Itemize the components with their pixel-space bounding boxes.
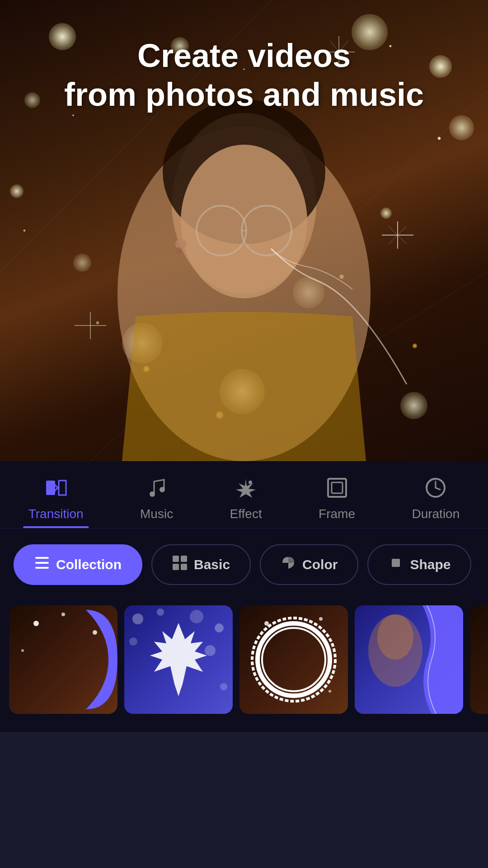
svg-rect-29 xyxy=(46,481,55,495)
tab-duration[interactable]: Duration xyxy=(398,470,473,528)
tab-music-label: Music xyxy=(140,507,173,521)
svg-rect-34 xyxy=(332,482,343,493)
bokeh-light xyxy=(73,254,91,272)
thumb1-shape xyxy=(50,605,117,714)
filter-collection-label: Collection xyxy=(56,557,122,572)
svg-point-58 xyxy=(252,618,335,701)
thumbnails-row xyxy=(0,601,488,732)
filter-color[interactable]: Color xyxy=(260,544,358,585)
svg-point-49 xyxy=(157,609,164,616)
filter-shape[interactable]: Shape xyxy=(367,544,471,585)
thumbnail-leaf[interactable] xyxy=(124,605,233,714)
filter-collection[interactable]: Collection xyxy=(14,544,142,585)
thumbnail-crescent[interactable] xyxy=(9,605,117,714)
bottom-panel: Transition Music Effect xyxy=(0,461,488,732)
svg-point-32 xyxy=(249,481,252,484)
tab-effect-label: Effect xyxy=(230,507,262,521)
shape-icon xyxy=(388,555,404,574)
music-icon xyxy=(146,477,168,502)
transition-icon xyxy=(45,477,67,502)
svg-point-30 xyxy=(150,491,155,497)
svg-rect-37 xyxy=(35,562,49,564)
thumbnail-wave[interactable] xyxy=(355,605,463,714)
svg-rect-40 xyxy=(181,556,187,562)
svg-point-62 xyxy=(377,614,413,660)
hero-title: Create videos from photos and music xyxy=(41,36,447,114)
svg-rect-39 xyxy=(173,556,179,562)
svg-point-59 xyxy=(258,623,330,696)
tab-transition[interactable]: Transition xyxy=(15,470,97,528)
filter-row: Collection Basic Color xyxy=(0,528,488,601)
thumbnail-circle-border[interactable] xyxy=(239,605,348,714)
thumbnail-partial[interactable] xyxy=(470,605,488,714)
hero-section: Create videos from photos and music xyxy=(0,0,488,461)
collection-icon xyxy=(34,555,50,574)
svg-point-60 xyxy=(262,628,325,691)
tab-effect[interactable]: Effect xyxy=(216,470,276,528)
filter-shape-label: Shape xyxy=(410,557,450,572)
bokeh-light xyxy=(10,184,23,198)
tab-duration-label: Duration xyxy=(412,507,460,521)
bokeh-light xyxy=(400,392,427,419)
effect-icon xyxy=(235,477,257,502)
tab-frame-label: Frame xyxy=(319,507,355,521)
tab-transition-label: Transition xyxy=(28,507,84,521)
tab-music[interactable]: Music xyxy=(127,470,187,528)
frame-icon xyxy=(326,477,348,502)
duration-icon xyxy=(425,477,446,502)
bokeh-light xyxy=(220,369,265,414)
tab-frame[interactable]: Frame xyxy=(305,470,369,528)
thumb4-photo xyxy=(355,605,463,714)
bokeh-light xyxy=(24,92,40,108)
tab-bar: Transition Music Effect xyxy=(0,461,488,528)
filter-basic[interactable]: Basic xyxy=(151,544,251,585)
svg-rect-38 xyxy=(35,567,49,569)
svg-rect-43 xyxy=(392,559,400,567)
color-icon xyxy=(281,555,296,574)
basic-icon xyxy=(172,555,188,574)
svg-rect-36 xyxy=(35,557,49,559)
filter-basic-label: Basic xyxy=(194,557,230,572)
svg-point-54 xyxy=(220,683,227,690)
bokeh-light xyxy=(122,323,163,363)
thumb2-leaf-shape xyxy=(138,619,219,700)
svg-rect-41 xyxy=(173,564,179,570)
thumb3-circle-frame xyxy=(249,614,339,705)
bokeh-light xyxy=(449,115,474,140)
svg-rect-33 xyxy=(328,479,346,497)
bokeh-light xyxy=(293,277,324,308)
svg-point-52 xyxy=(129,637,137,646)
svg-point-44 xyxy=(33,621,39,626)
svg-point-31 xyxy=(160,487,165,492)
svg-point-47 xyxy=(21,649,24,652)
filter-color-label: Color xyxy=(302,557,338,572)
svg-rect-42 xyxy=(181,564,187,570)
